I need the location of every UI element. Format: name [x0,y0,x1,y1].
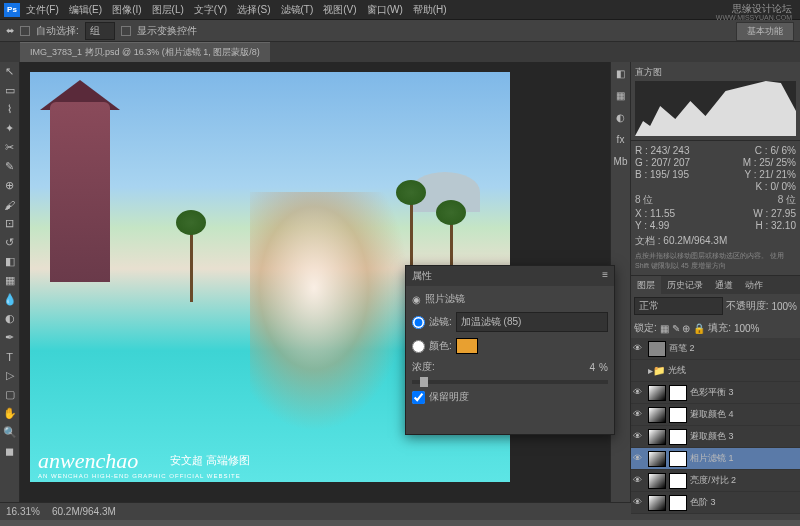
density-value[interactable]: 4 [590,362,596,373]
tab-history[interactable]: 历史记录 [661,276,709,294]
layer-thumb [648,429,666,445]
menu-image[interactable]: 图像(I) [112,3,141,17]
layer-thumb [648,407,666,423]
layer-row[interactable]: 👁避取颜色 4 [631,404,800,426]
layer-thumb [648,385,666,401]
layer-row[interactable]: 👁避取颜色 3 [631,426,800,448]
history-brush-tool[interactable]: ↺ [0,233,19,252]
visibility-icon[interactable]: 👁 [633,343,645,355]
visibility-icon[interactable]: 👁 [633,497,645,509]
mb-panel-icon[interactable]: Mb [611,150,630,172]
eraser-tool[interactable]: ◧ [0,252,19,271]
hint-text: 点按并拖移以移动图层或移动选区的内容。 使用 Shift 键限制以 45 度增量… [635,251,796,271]
type-tool[interactable]: T [0,347,19,366]
zoom-tool[interactable]: 🔍 [0,423,19,442]
crop-tool[interactable]: ✂ [0,138,19,157]
swatches-panel-icon[interactable]: ▦ [611,84,630,106]
watermark-cn: 安文超 高端修图 [170,453,250,468]
tab-layers[interactable]: 图层 [631,276,661,294]
shape-tool[interactable]: ▢ [0,385,19,404]
layer-row[interactable]: 👁色阶 3 [631,492,800,514]
menu-help[interactable]: 帮助(H) [413,3,447,17]
layer-name: 避取颜色 3 [690,430,798,443]
menu-view[interactable]: 视图(V) [323,3,356,17]
layer-thumb [648,495,666,511]
blur-tool[interactable]: 💧 [0,290,19,309]
mask-thumb [669,495,687,511]
visibility-icon[interactable]: 👁 [633,475,645,487]
menu-edit[interactable]: 编辑(E) [69,3,102,17]
auto-select-dropdown[interactable]: 组 [85,22,115,40]
panel-menu-icon[interactable]: ≡ [602,269,608,283]
filter-radio[interactable] [412,316,425,329]
menu-window[interactable]: 窗口(W) [367,3,403,17]
menu-type[interactable]: 文字(Y) [194,3,227,17]
layer-thumb [648,473,666,489]
menu-bar: Ps 文件(F) 编辑(E) 图像(I) 图层(L) 文字(Y) 选择(S) 滤… [0,0,800,20]
pen-tool[interactable]: ✒ [0,328,19,347]
histogram-panel: 直方图 [631,62,800,141]
filter-select[interactable]: 加温滤镜 (85) [456,312,608,332]
visibility-icon[interactable]: 👁 [633,409,645,421]
right-panels: 直方图 R : 243/ 243C : 6/ 6% G : 207/ 207M … [630,62,800,502]
tab-actions[interactable]: 动作 [739,276,769,294]
gradient-tool[interactable]: ▦ [0,271,19,290]
visibility-icon[interactable]: 👁 [633,387,645,399]
zoom-level[interactable]: 16.31% [6,506,40,517]
stamp-tool[interactable]: ⊡ [0,214,19,233]
density-unit: % [599,362,608,373]
color-radio[interactable] [412,340,425,353]
layer-row[interactable]: 👁亮度/对比 2 [631,470,800,492]
wand-tool[interactable]: ✦ [0,119,19,138]
auto-select-label: 自动选择: [36,24,79,38]
menu-file[interactable]: 文件(F) [26,3,59,17]
layer-thumb [648,451,666,467]
density-slider[interactable] [412,380,608,384]
layer-row[interactable]: 👁画笔 2 [631,338,800,360]
watermark-en: AN WENCHAO HIGH-END GRAPHIC OFFICIAL WEB… [38,473,241,479]
layer-row[interactable]: ▸📁光线 [631,360,800,382]
color-label: 颜色: [429,339,452,353]
eyedropper-tool[interactable]: ✎ [0,157,19,176]
auto-select-checkbox[interactable] [20,26,30,36]
color-swatch[interactable]: ◼ [0,442,19,461]
hand-tool[interactable]: ✋ [0,404,19,423]
fill-value[interactable]: 100% [734,323,760,334]
layer-thumb [648,341,666,357]
workspace-button[interactable]: 基本功能 [736,22,794,41]
menu-filter[interactable]: 滤镜(T) [281,3,314,17]
dodge-tool[interactable]: ◐ [0,309,19,328]
app-icon[interactable]: Ps [4,3,20,17]
layer-row[interactable]: 👁色彩平衡 3 [631,382,800,404]
menu-select[interactable]: 选择(S) [237,3,270,17]
document-tab[interactable]: IMG_3783_1 拷贝.psd @ 16.3% (相片滤镜 1, 图层蒙版/… [20,42,270,62]
styles-panel-icon[interactable]: fx [611,128,630,150]
layer-name: 色阶 3 [690,496,798,509]
tab-channels[interactable]: 通道 [709,276,739,294]
show-transform-checkbox[interactable] [121,26,131,36]
opacity-value[interactable]: 100% [771,301,797,312]
move-tool[interactable]: ↖ [0,62,19,81]
mask-thumb [669,473,687,489]
lasso-tool[interactable]: ⌇ [0,100,19,119]
lock-icons[interactable]: ▦ ✎ ⊕ 🔒 [660,323,705,334]
color-swatch[interactable] [456,338,478,354]
path-tool[interactable]: ▷ [0,366,19,385]
lock-label: 锁定: [634,321,657,335]
blend-mode-select[interactable]: 正常 [634,297,723,315]
visibility-icon[interactable]: 👁 [633,453,645,465]
preserve-checkbox[interactable] [412,391,425,404]
layer-row[interactable]: 👁相片滤镜 1 [631,448,800,470]
layer-name: 光线 [668,364,798,377]
adjust-panel-icon[interactable]: ◐ [611,106,630,128]
brush-tool[interactable]: 🖌 [0,195,19,214]
properties-panel: 属性≡ ◉照片滤镜 滤镜:加温滤镜 (85) 颜色: 浓度:4% 保留明度 [405,265,615,435]
menu-layer[interactable]: 图层(L) [152,3,184,17]
visibility-icon[interactable] [633,365,645,377]
visibility-icon[interactable]: 👁 [633,431,645,443]
tool-panel: ↖ ▭ ⌇ ✦ ✂ ✎ ⊕ 🖌 ⊡ ↺ ◧ ▦ 💧 ◐ ✒ T ▷ ▢ ✋ 🔍 … [0,62,20,502]
color-panel-icon[interactable]: ◧ [611,62,630,84]
heal-tool[interactable]: ⊕ [0,176,19,195]
opacity-label: 不透明度: [726,299,769,313]
marquee-tool[interactable]: ▭ [0,81,19,100]
